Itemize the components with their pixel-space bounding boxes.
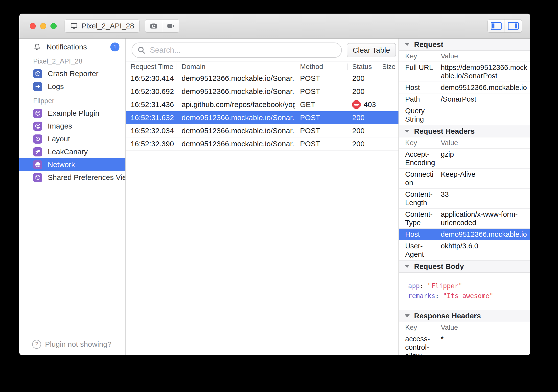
sidebar-item-label: Images	[48, 122, 72, 130]
detail-key: Accept-Encoding	[399, 150, 436, 167]
magnifier-icon	[137, 46, 146, 55]
sidebar-item-leakcanary[interactable]: LeakCanary	[19, 145, 125, 158]
clear-table-button[interactable]: Clear Table	[347, 43, 396, 57]
section-header-request-body[interactable]: Request Body	[399, 260, 530, 273]
table-toolbar: Clear Table	[126, 39, 398, 62]
network-request-row-selected[interactable]: 16:52:31.632 demo9512366.mockable.io/Son…	[126, 111, 398, 124]
detail-key: Content-Length	[399, 190, 436, 207]
cell-request-time: 16:52:32.034	[126, 127, 177, 135]
cube-icon	[33, 69, 42, 78]
header-row-content-length[interactable]: Content-Length 33	[399, 189, 530, 209]
detail-value: okhttp/3.6.0	[436, 242, 530, 259]
request-details-panel: Request Key Value Full URL https://demo9…	[399, 39, 530, 355]
sidebar-item-images[interactable]: Images	[19, 120, 125, 132]
network-request-row[interactable]: 16:52:30.414 demo9512366.mockable.io/Son…	[126, 72, 398, 85]
column-header-status[interactable]: Status	[347, 63, 383, 71]
sidebar-item-example-plugin[interactable]: Example Plugin	[19, 107, 125, 120]
detail-value: gzip	[436, 150, 530, 167]
kv-header: Key Value	[399, 137, 530, 149]
search-input[interactable]	[149, 45, 338, 55]
plugin-not-showing-link[interactable]: Plugin not showing?	[19, 340, 125, 355]
kv-value-label: Value	[436, 324, 530, 331]
column-header-method[interactable]: Method	[295, 63, 347, 71]
cell-domain: demo9512366.mockable.io/Sonar...	[177, 113, 295, 122]
sidebar-section-device: Pixel_2_API_28	[19, 53, 125, 67]
globe-icon	[33, 160, 42, 169]
code-line: app: "Flipper"	[408, 281, 527, 291]
titlebar[interactable]: Pixel_2_API_28	[19, 14, 530, 39]
sidebar-item-label: Layout	[48, 135, 70, 143]
sidebar-item-label: LeakCanary	[48, 148, 88, 156]
header-row-content-type[interactable]: Content-Type application/x-www-form-urle…	[399, 209, 530, 229]
cell-method: POST	[295, 127, 347, 135]
json-key: remarks	[408, 292, 435, 300]
flipper-window: Pixel_2_API_28	[19, 14, 530, 355]
table-header: Request Time Domain Method Status Size	[126, 62, 398, 72]
header-row-host-selected[interactable]: Host demo9512366.mockable.io	[399, 229, 530, 240]
cell-request-time: 16:52:32.390	[126, 140, 177, 148]
triangle-down-icon	[405, 43, 410, 46]
search-box[interactable]	[132, 43, 342, 58]
detail-key: Full URL	[399, 63, 436, 80]
sidebar-item-label: Example Plugin	[48, 109, 99, 117]
section-header-response-headers[interactable]: Response Headers	[399, 310, 530, 322]
plugin-sidebar: Notifications 1 Pixel_2_API_28 Crash Rep…	[19, 39, 126, 355]
cell-request-time: 16:52:30.692	[126, 87, 177, 96]
cell-method: POST	[295, 74, 347, 83]
sidebar-item-label: Logs	[48, 82, 64, 91]
detail-row-full-url[interactable]: Full URL https://demo9512366.mockable.io…	[399, 62, 530, 82]
header-row-connection[interactable]: Connection Keep-Alive	[399, 169, 530, 189]
cell-status: 200	[347, 140, 383, 148]
header-row-accept-encoding[interactable]: Accept-Encoding gzip	[399, 149, 530, 169]
minimize-window-button[interactable]	[40, 23, 46, 29]
network-request-row[interactable]: 16:52:31.436 api.github.com/repos/facebo…	[126, 98, 398, 111]
triangle-down-icon	[405, 314, 410, 317]
network-request-row[interactable]: 16:52:30.692 demo9512366.mockable.io/Son…	[126, 85, 398, 98]
section-header-request[interactable]: Request	[399, 39, 530, 51]
window-content: Notifications 1 Pixel_2_API_28 Crash Rep…	[19, 39, 530, 355]
network-request-row[interactable]: 16:52:32.034 demo9512366.mockable.io/Son…	[126, 124, 398, 137]
sidebar-item-network[interactable]: Network	[19, 158, 125, 171]
zoom-window-button[interactable]	[50, 23, 57, 29]
detail-value: Keep-Alive	[436, 170, 530, 187]
sidebar-item-shared-preferences-viewer[interactable]: Shared Preferences Viewer	[19, 171, 125, 184]
column-header-domain[interactable]: Domain	[177, 63, 295, 71]
sidebar-item-layout[interactable]: Layout	[19, 132, 125, 145]
response-header-row-access-control[interactable]: access-control-allow-origin *	[399, 333, 530, 355]
question-circle-icon	[32, 340, 41, 349]
detail-row-host[interactable]: Host demo9512366.mockable.io	[399, 82, 530, 93]
sidebar-item-logs[interactable]: Logs	[19, 80, 125, 93]
kv-header: Key Value	[399, 322, 530, 333]
no-entry-icon	[352, 100, 361, 109]
cell-domain: api.github.com/repos/facebook/yoga	[177, 100, 295, 109]
detail-key: Host	[399, 230, 436, 239]
cell-domain: demo9512366.mockable.io/Sonar...	[177, 74, 295, 83]
column-header-request-time[interactable]: Request Time	[126, 63, 177, 71]
traffic-lights	[30, 23, 57, 29]
detail-value: demo9512366.mockable.io	[436, 230, 530, 239]
section-header-request-headers[interactable]: Request Headers	[399, 125, 530, 137]
video-camera-icon	[166, 22, 175, 30]
cell-method: GET	[295, 100, 347, 109]
json-key: app	[408, 282, 420, 290]
detail-key: Connection	[399, 170, 436, 187]
column-header-size[interactable]: Size	[383, 63, 398, 71]
device-selector-button[interactable]: Pixel_2_API_28	[65, 19, 140, 33]
detail-key: Query String	[399, 107, 436, 123]
sidebar-item-notifications[interactable]: Notifications 1	[19, 41, 125, 53]
screenshot-button[interactable]	[145, 19, 162, 33]
detail-row-path[interactable]: Path /SonarPost	[399, 93, 530, 105]
close-window-button[interactable]	[30, 23, 36, 29]
header-row-user-agent[interactable]: User-Agent okhttp/3.6.0	[399, 240, 530, 260]
detail-row-query-string[interactable]: Query String	[399, 105, 530, 125]
detail-key: User-Agent	[399, 242, 436, 259]
toggle-left-sidebar-button[interactable]	[488, 19, 505, 33]
detail-value: *	[436, 335, 530, 355]
json-string-value: "Flipper"	[427, 282, 462, 290]
capture-button-group	[145, 19, 179, 33]
toggle-right-sidebar-button[interactable]	[505, 19, 522, 33]
network-request-row[interactable]: 16:52:32.390 demo9512366.mockable.io/Son…	[126, 137, 398, 151]
cell-domain: demo9512366.mockable.io/Sonar...	[177, 140, 295, 148]
screen-record-button[interactable]	[162, 19, 179, 33]
sidebar-item-crash-reporter[interactable]: Crash Reporter	[19, 67, 125, 80]
